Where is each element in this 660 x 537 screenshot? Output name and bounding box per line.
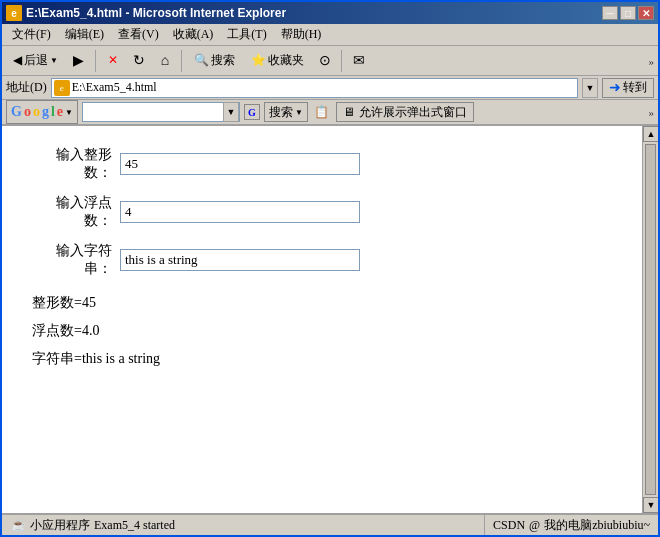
google-logo-g2: g: [42, 104, 49, 120]
google-overflow: »: [649, 105, 655, 120]
scroll-up-button[interactable]: ▲: [643, 126, 658, 142]
integer-input[interactable]: [120, 153, 360, 175]
google-search-chevron: ▼: [295, 108, 303, 117]
google-toolbar: Google ▼ ▼ G 搜索 ▼ 📋 🖥 允许展示弹出式窗口 »: [2, 100, 658, 126]
google-logo-o1: o: [24, 104, 31, 120]
integer-label: 输入整形数：: [32, 146, 112, 182]
extra-label: zbiubiubiu~: [592, 518, 650, 533]
status-right: CSDN @ 我的电脑 zbiubiubiu~: [485, 515, 658, 535]
menu-help[interactable]: 帮助(H): [275, 24, 328, 45]
search-button[interactable]: 🔍 搜索: [187, 49, 242, 73]
applet-label: 小应用程序: [30, 517, 90, 534]
menu-tools[interactable]: 工具(T): [221, 24, 272, 45]
toolbar-overflow: »: [649, 53, 655, 69]
google-search-label: 搜索: [269, 104, 293, 121]
menu-edit[interactable]: 编辑(E): [59, 24, 110, 45]
allow-popup-button[interactable]: 🖥 允许展示弹出式窗口: [336, 102, 474, 122]
media-icon: ⊙: [319, 52, 331, 69]
back-chevron-icon: ▼: [50, 56, 58, 65]
float-row: 输入浮点数：: [32, 194, 612, 230]
string-row: 输入字符串：: [32, 242, 612, 278]
status-bar: ☕ 小应用程序 Exam5_4 started CSDN @ 我的电脑 zbiu…: [2, 513, 658, 535]
google-search-wrapper: ▼: [82, 102, 240, 122]
google-double-arrow-icon: »: [649, 106, 655, 118]
page-icon: e: [54, 80, 70, 96]
minimize-button[interactable]: ─: [602, 6, 618, 20]
back-button[interactable]: ◀ 后退 ▼: [6, 49, 65, 73]
google-search-dropdown[interactable]: ▼: [223, 102, 239, 122]
string-result: 字符串=this is a string: [32, 350, 612, 368]
mail-button[interactable]: ✉: [347, 49, 371, 73]
refresh-button[interactable]: ↻: [127, 49, 151, 73]
integer-result: 整形数=45: [32, 294, 612, 312]
toolbar-separator-3: [341, 50, 343, 72]
google-logo-o2: o: [33, 104, 40, 120]
float-input[interactable]: [120, 201, 360, 223]
content-area: 输入整形数： 输入浮点数： 输入字符串： 整形数=45 浮点数=4.0 字符串=…: [2, 126, 658, 513]
home-button[interactable]: ⌂: [153, 49, 177, 73]
search-icon: 🔍: [194, 53, 209, 68]
google-extra-icon: 📋: [312, 105, 332, 120]
address-input[interactable]: [72, 80, 575, 95]
address-dropdown[interactable]: ▼: [582, 78, 598, 98]
back-arrow-icon: ◀: [13, 53, 22, 68]
favorites-button[interactable]: ⭐ 收藏夹: [244, 49, 311, 73]
maximize-button[interactable]: □: [620, 6, 636, 20]
menu-bar: 文件(F) 编辑(E) 查看(V) 收藏(A) 工具(T) 帮助(H): [2, 24, 658, 46]
string-label: 输入字符串：: [32, 242, 112, 278]
csdn-label: CSDN: [493, 518, 525, 533]
home-icon: ⌂: [161, 53, 169, 69]
favorites-label: 收藏夹: [268, 52, 304, 69]
go-label: 转到: [623, 79, 647, 96]
menu-view[interactable]: 查看(V): [112, 24, 165, 45]
ie-icon: e: [6, 5, 22, 21]
go-arrow-icon: ➜: [609, 79, 621, 96]
float-label: 输入浮点数：: [32, 194, 112, 230]
applet-icon: ☕: [10, 517, 26, 533]
float-result: 浮点数=4.0: [32, 322, 612, 340]
media-button[interactable]: ⊙: [313, 49, 337, 73]
google-g-icon: G: [244, 104, 260, 120]
string-input[interactable]: [120, 249, 360, 271]
favorites-icon: ⭐: [251, 53, 266, 68]
go-button[interactable]: ➜ 转到: [602, 78, 654, 98]
address-input-wrapper: e: [51, 78, 578, 98]
applet-value: Exam5_4 started: [94, 518, 175, 533]
search-label: 搜索: [211, 52, 235, 69]
google-search-button[interactable]: 搜索 ▼: [264, 102, 308, 122]
mail-icon: ✉: [353, 52, 365, 69]
computer-label: 我的电脑: [544, 517, 592, 534]
address-bar: 地址(D) e ▼ ➜ 转到: [2, 76, 658, 100]
toolbar-separator-1: [95, 50, 97, 72]
forward-icon: ▶: [73, 52, 84, 69]
address-label: 地址(D): [6, 79, 47, 96]
ie-window: e E:\Exam5_4.html - Microsoft Internet E…: [0, 0, 660, 537]
integer-row: 输入整形数：: [32, 146, 612, 182]
status-separator: @: [529, 518, 540, 533]
menu-favorites[interactable]: 收藏(A): [167, 24, 220, 45]
stop-button[interactable]: ✕: [101, 49, 125, 73]
double-arrow-icon: »: [649, 55, 655, 67]
scrollbar: ▲ ▼: [642, 126, 658, 513]
back-label: 后退: [24, 52, 48, 69]
toolbar-separator-2: [181, 50, 183, 72]
window-controls: ─ □ ✕: [602, 6, 654, 20]
google-search-input[interactable]: [83, 105, 223, 119]
google-logo-g: G: [11, 104, 22, 120]
stop-icon: ✕: [108, 53, 118, 68]
toolbar: ◀ 后退 ▼ ▶ ✕ ↻ ⌂ 🔍 搜索 ⭐ 收藏夹 ⊙ ✉: [2, 46, 658, 76]
popup-icon: 🖥: [343, 105, 355, 120]
forward-button[interactable]: ▶: [67, 49, 91, 73]
page-content: 输入整形数： 输入浮点数： 输入字符串： 整形数=45 浮点数=4.0 字符串=…: [2, 126, 642, 513]
google-logo-e: e: [57, 104, 63, 120]
output-section: 整形数=45 浮点数=4.0 字符串=this is a string: [32, 294, 612, 368]
google-logo-l: l: [51, 104, 55, 120]
close-button[interactable]: ✕: [638, 6, 654, 20]
google-logo-chevron: ▼: [65, 108, 73, 117]
google-logo-button[interactable]: Google ▼: [6, 100, 78, 124]
scroll-thumb[interactable]: [645, 144, 656, 495]
scroll-down-button[interactable]: ▼: [643, 497, 658, 513]
allow-popup-label: 允许展示弹出式窗口: [359, 104, 467, 121]
applet-status-section: ☕ 小应用程序 Exam5_4 started: [2, 515, 485, 535]
menu-file[interactable]: 文件(F): [6, 24, 57, 45]
